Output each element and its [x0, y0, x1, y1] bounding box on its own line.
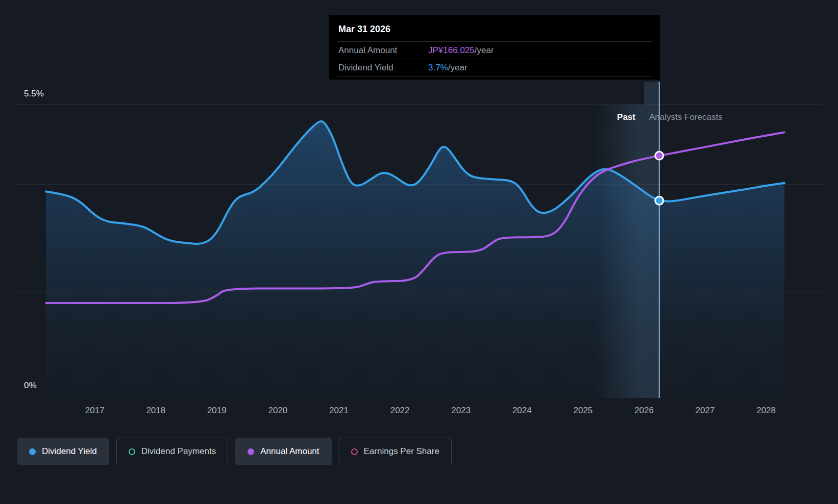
forecast-highlight-band — [644, 82, 659, 398]
legend-item-label: Dividend Payments — [141, 446, 216, 457]
x-axis-label: 2021 — [329, 406, 349, 416]
tooltip-value: JP¥166.025 — [428, 45, 475, 56]
dividend-yield-marker-dot[interactable] — [655, 196, 663, 205]
tooltip-value-suffix: /year — [475, 45, 494, 56]
dividend-yield-area — [46, 121, 784, 398]
tooltip-label: Annual Amount — [338, 45, 428, 56]
area-layer — [46, 121, 784, 398]
x-axis-label: 2022 — [390, 406, 410, 416]
x-axis-label: 2026 — [634, 406, 654, 416]
dividend-history-chart-page: 5.5% 0% 20172018201920202021202220232024… — [0, 0, 838, 504]
x-axis-label: 2020 — [268, 406, 287, 416]
tooltip-label: Dividend Yield — [338, 63, 428, 73]
annual-amount-legend-marker-icon — [248, 448, 254, 455]
past-fade-band — [595, 105, 644, 398]
legend-item-annual-amount[interactable]: Annual Amount — [235, 438, 331, 465]
band-layer — [595, 82, 659, 398]
tooltip-row-annual-amount: Annual Amount JP¥166.025/year — [337, 42, 652, 59]
tooltip-value: 3.7% — [428, 63, 448, 73]
annual-amount-marker-dot[interactable] — [655, 152, 663, 160]
legend-item-label: Earnings Per Share — [364, 446, 439, 457]
dividend-yield-legend-marker-icon — [29, 448, 36, 455]
past-region-label: Past — [561, 112, 635, 122]
tooltip-row-dividend-yield: Dividend Yield 3.7%/year — [337, 59, 652, 77]
x-axis-label: 2017 — [85, 406, 105, 416]
y-axis-max-label: 5.5% — [24, 89, 44, 99]
chart-legend: Dividend YieldDividend PaymentsAnnual Am… — [17, 438, 452, 465]
dividend-payments-legend-marker-icon — [129, 448, 135, 455]
x-axis-label: 2024 — [512, 406, 532, 416]
forecast-region-label: Analysts Forecasts — [649, 112, 723, 122]
x-axis-label: 2028 — [756, 406, 776, 416]
legend-item-label: Dividend Yield — [42, 446, 97, 457]
chart-tooltip: Mar 31 2026 Annual Amount JP¥166.025/yea… — [329, 15, 660, 80]
legend-item-earnings-per-share[interactable]: Earnings Per Share — [339, 438, 452, 465]
earnings-per-share-legend-marker-icon — [351, 448, 358, 455]
x-axis-label: 2018 — [146, 406, 165, 416]
legend-item-dividend-yield[interactable]: Dividend Yield — [17, 438, 109, 465]
tooltip-value-suffix: /year — [448, 63, 467, 73]
legend-item-dividend-payments[interactable]: Dividend Payments — [116, 438, 228, 465]
x-axis-label: 2027 — [696, 406, 715, 416]
legend-item-label: Annual Amount — [260, 446, 319, 457]
x-axis: 2017201820192020202120222023202420252026… — [0, 406, 838, 419]
y-axis-min-label: 0% — [24, 381, 37, 391]
x-axis-label: 2023 — [451, 406, 471, 416]
x-axis-label: 2019 — [207, 406, 227, 416]
tooltip-date: Mar 31 2026 — [337, 22, 652, 42]
x-axis-label: 2025 — [573, 406, 593, 416]
